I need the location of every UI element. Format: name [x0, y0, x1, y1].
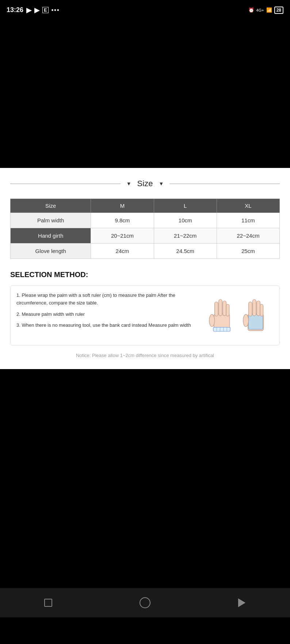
top-black-area [0, 0, 290, 168]
dots-icon: ••• [51, 7, 60, 14]
row-palm-width-m: 9.8cm [91, 213, 154, 228]
svg-rect-2 [215, 302, 218, 316]
notice-text: Notice: Please allow 1~2cm difference si… [10, 353, 280, 358]
status-bar: 13:26 ▶ ▶ E ••• ⏰ 4G+ 📶 28 [0, 0, 290, 20]
battery-indicator: 28 [274, 7, 283, 14]
alarm-icon: ⏰ [248, 7, 254, 13]
svg-point-13 [243, 314, 249, 326]
row-hand-girth-m: 20~21cm [91, 228, 154, 244]
svg-rect-17 [260, 304, 263, 316]
size-table: Size M L XL Palm width 9.8cm 10cm 11cm H… [10, 199, 280, 259]
svg-rect-5 [226, 304, 229, 316]
row-glove-length-l: 24.5cm [154, 244, 217, 259]
circle-icon [140, 597, 150, 608]
selection-steps: 1. Please wrap the palm with a soft rule… [16, 292, 194, 333]
hands-svg [202, 292, 272, 339]
step-2: 2. Measure palm width with ruler [16, 311, 194, 318]
svg-rect-15 [253, 299, 256, 316]
table-row: Hand girth 20~21cm 21~22cm 22~24cm [11, 228, 280, 244]
svg-rect-16 [257, 301, 260, 316]
time: 13:26 [7, 6, 23, 14]
row-glove-length-m: 24cm [91, 244, 154, 259]
svg-rect-12 [249, 314, 263, 329]
nav-square-button[interactable] [41, 595, 56, 610]
status-right: ⏰ 4G+ 📶 28 [248, 7, 283, 14]
hand-illustration [201, 292, 274, 339]
size-title: Size [137, 179, 153, 188]
navigation-bar [0, 588, 290, 617]
col-l: L [154, 199, 217, 213]
bottom-black-area [0, 369, 290, 588]
selection-method-title: SELECTION METHOD: [10, 271, 280, 279]
selection-method-content: 1. Please wrap the palm with a soft rule… [10, 285, 280, 345]
step-3: 3. When there is no measuring tool, use … [16, 322, 194, 329]
network-icon: 4G+ [256, 8, 264, 12]
row-hand-girth-xl: 22~24cm [217, 228, 279, 244]
chevron-down-icon-right: ▼ [159, 181, 164, 187]
svg-rect-4 [223, 301, 226, 316]
play-icon: ▶ [26, 6, 31, 14]
row-glove-length-label: Glove length [11, 244, 91, 259]
chevron-down-icon-left: ▼ [126, 181, 131, 187]
square-icon [44, 599, 52, 607]
nav-back-button[interactable] [234, 595, 249, 610]
row-hand-girth-l: 21~22cm [154, 228, 217, 244]
table-header-row: Size M L XL [11, 199, 280, 213]
col-xl: XL [217, 199, 279, 213]
svg-rect-3 [219, 299, 222, 316]
left-divider [10, 184, 121, 184]
row-hand-girth-label: Hand girth [11, 228, 91, 244]
col-m: M [91, 199, 154, 213]
row-palm-width-l: 10cm [154, 213, 217, 228]
content-area: ▼ Size ▼ Size M L XL Palm width 9.8cm 10… [0, 168, 290, 369]
row-palm-width-label: Palm width [11, 213, 91, 228]
step-1: 1. Please wrap the palm with a soft rule… [16, 292, 194, 307]
play-icon-2: ▶ [34, 6, 39, 14]
e-icon: E [42, 7, 49, 13]
col-size: Size [11, 199, 91, 213]
row-palm-width-xl: 11cm [217, 213, 279, 228]
signal-icon: 📶 [266, 7, 272, 13]
svg-point-1 [209, 314, 215, 326]
right-divider [169, 184, 280, 184]
table-row: Glove length 24cm 24.5cm 25cm [11, 244, 280, 259]
size-header: ▼ Size ▼ [10, 179, 280, 188]
svg-rect-6 [213, 327, 230, 331]
status-left: 13:26 ▶ ▶ E ••• [7, 6, 60, 14]
triangle-icon [238, 598, 245, 607]
table-row: Palm width 9.8cm 10cm 11cm [11, 213, 280, 228]
row-glove-length-xl: 25cm [217, 244, 279, 259]
svg-rect-14 [249, 302, 252, 316]
nav-home-button[interactable] [138, 595, 152, 610]
